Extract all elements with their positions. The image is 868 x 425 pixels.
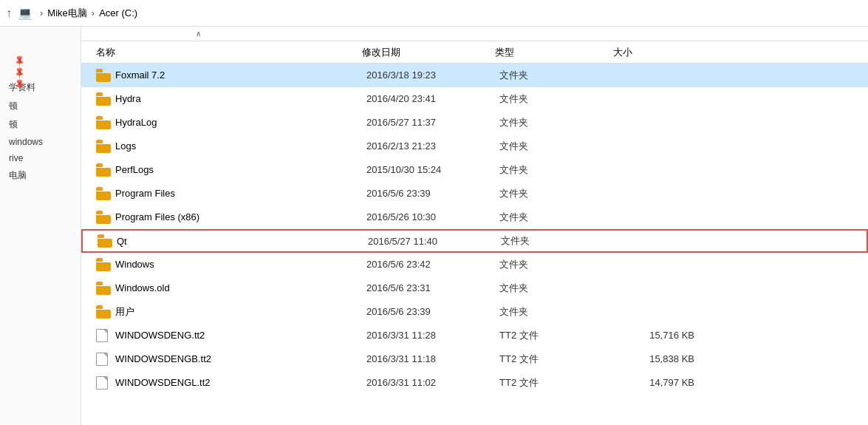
file-row[interactable]: HydraLog2016/5/27 11:37文件夹 (81, 111, 868, 135)
file-date: 2016/3/31 11:28 (366, 330, 499, 341)
col-header-date[interactable]: 修改日期 (362, 46, 495, 59)
folder-icon (96, 258, 111, 271)
sidebar-item-windows[interactable]: windows (0, 134, 81, 150)
file-date: 2016/5/6 23:31 (366, 282, 499, 293)
file-icon (96, 329, 111, 342)
file-size: 15,716 KB (618, 330, 706, 341)
file-name: 用户 (115, 305, 366, 319)
file-row[interactable]: Logs2016/2/13 21:23文件夹 (81, 135, 868, 158)
file-name: Foxmail 7.2 (115, 69, 366, 81)
sidebar-items: 学资料 顿 顿 windows rive 电脑 (0, 78, 81, 185)
file-type: TT2 文件 (499, 353, 618, 366)
folder-icon (96, 211, 111, 224)
folder-icon (96, 187, 111, 200)
file-name: Program Files (115, 188, 366, 199)
file-type: 文件夹 (499, 282, 618, 295)
file-name: PerfLogs (115, 164, 366, 175)
file-name: Program Files (x86) (115, 211, 366, 222)
file-name: Hydra (115, 93, 366, 104)
main-container: 📌 📌 📌 学资料 顿 顿 windows rive 电脑 ∧ 名称 修改日期 … (0, 27, 868, 425)
file-type: 文件夹 (499, 116, 618, 129)
file-type: 文件夹 (499, 92, 618, 106)
folder-icon (96, 116, 111, 129)
file-date: 2016/5/6 23:42 (366, 259, 499, 270)
breadcrumb-acer-c[interactable]: Acer (C:) (99, 7, 137, 18)
sidebar: 📌 📌 📌 学资料 顿 顿 windows rive 电脑 (0, 27, 81, 425)
file-date: 2016/3/18 19:23 (366, 69, 499, 81)
file-name: WINDOWSDENGB.tt2 (115, 353, 366, 364)
breadcrumb-separator-2: › (92, 7, 95, 18)
sidebar-item-dun1[interactable]: 顿 (0, 97, 81, 115)
file-type: 文件夹 (499, 69, 618, 82)
file-date: 2016/3/31 11:18 (366, 353, 499, 364)
folder-icon (96, 305, 111, 319)
file-row[interactable]: Hydra2016/4/20 23:41文件夹 (81, 87, 868, 111)
file-list[interactable]: Foxmail 7.22016/3/18 19:23文件夹Hydra2016/4… (81, 64, 868, 425)
file-date: 2016/5/26 10:30 (366, 211, 499, 222)
file-row[interactable]: PerfLogs2015/10/30 15:24文件夹 (81, 158, 868, 182)
file-row[interactable]: 用户2016/5/6 23:39文件夹 (81, 300, 868, 324)
computer-icon: 💻 (18, 6, 33, 20)
file-date: 2016/4/20 23:41 (366, 93, 499, 104)
up-arrow-button[interactable]: ↑ (6, 7, 12, 20)
file-date: 2016/5/6 23:39 (366, 306, 499, 317)
file-name: WINDOWSDENGL.tt2 (115, 377, 366, 388)
folder-icon (98, 234, 112, 248)
col-header-type[interactable]: 类型 (495, 46, 613, 59)
sort-indicator-row: ∧ (81, 27, 868, 41)
file-size: 14,797 KB (618, 377, 706, 388)
col-header-name[interactable]: 名称 (96, 46, 362, 59)
file-type: TT2 文件 (499, 329, 618, 342)
sidebar-item-xueziLiao[interactable]: 学资料 (0, 78, 81, 97)
file-date: 2016/5/27 11:40 (368, 236, 501, 247)
file-type: 文件夹 (499, 187, 618, 200)
file-type: 文件夹 (499, 140, 618, 153)
file-type: 文件夹 (499, 163, 618, 177)
file-date: 2016/5/27 11:37 (366, 117, 499, 128)
content-area: ∧ 名称 修改日期 类型 大小 Foxmail 7.22016/3/18 19:… (81, 27, 868, 425)
file-row[interactable]: WINDOWSDENGL.tt22016/3/31 11:02TT2 文件14,… (81, 371, 868, 395)
file-date: 2016/5/6 23:39 (366, 188, 499, 199)
file-type: 文件夹 (499, 211, 618, 224)
sidebar-item-diannao[interactable]: 电脑 (0, 166, 81, 185)
file-type: 文件夹 (501, 234, 619, 248)
file-date: 2016/3/31 11:02 (366, 377, 499, 388)
breadcrumb-separator-1: › (40, 7, 43, 18)
folder-icon (96, 282, 111, 295)
file-row[interactable]: Qt2016/5/27 11:40文件夹 (81, 229, 868, 253)
file-row[interactable]: Program Files2016/5/6 23:39文件夹 (81, 182, 868, 205)
file-name: Windows (115, 259, 366, 270)
col-header-size[interactable]: 大小 (613, 46, 702, 59)
pin-area: 📌 📌 📌 (0, 33, 81, 72)
file-row[interactable]: Windows2016/5/6 23:42文件夹 (81, 253, 868, 276)
sidebar-item-dun2[interactable]: 顿 (0, 115, 81, 134)
sidebar-item-rive[interactable]: rive (0, 150, 81, 166)
file-size: 15,838 KB (618, 353, 706, 364)
file-row[interactable]: WINDOWSDENGB.tt22016/3/31 11:18TT2 文件15,… (81, 347, 868, 371)
file-type: 文件夹 (499, 305, 618, 319)
table-header: 名称 修改日期 类型 大小 (81, 41, 868, 64)
breadcrumb-mike-pc[interactable]: Mike电脑 (47, 7, 86, 20)
breadcrumb-bar: ↑ 💻 › Mike电脑 › Acer (C:) (0, 0, 868, 27)
folder-icon (96, 140, 111, 153)
file-icon (96, 353, 111, 366)
folder-icon (96, 92, 111, 106)
folder-icon (96, 163, 111, 177)
file-row[interactable]: Program Files (x86)2016/5/26 10:30文件夹 (81, 205, 868, 229)
file-row[interactable]: WINDOWSDENG.tt22016/3/31 11:28TT2 文件15,7… (81, 324, 868, 347)
file-type: TT2 文件 (499, 376, 618, 390)
file-icon (96, 376, 111, 390)
file-name: WINDOWSDENG.tt2 (115, 330, 366, 341)
file-row[interactable]: Foxmail 7.22016/3/18 19:23文件夹 (81, 64, 868, 87)
file-name: Qt (117, 236, 368, 247)
folder-icon (96, 69, 111, 82)
sort-arrow-icon: ∧ (196, 30, 201, 38)
file-name: Logs (115, 140, 366, 152)
file-type: 文件夹 (499, 258, 618, 271)
file-row[interactable]: Windows.old2016/5/6 23:31文件夹 (81, 276, 868, 300)
file-date: 2016/2/13 21:23 (366, 140, 499, 152)
file-date: 2015/10/30 15:24 (366, 164, 499, 175)
file-name: HydraLog (115, 117, 366, 128)
file-name: Windows.old (115, 282, 366, 293)
